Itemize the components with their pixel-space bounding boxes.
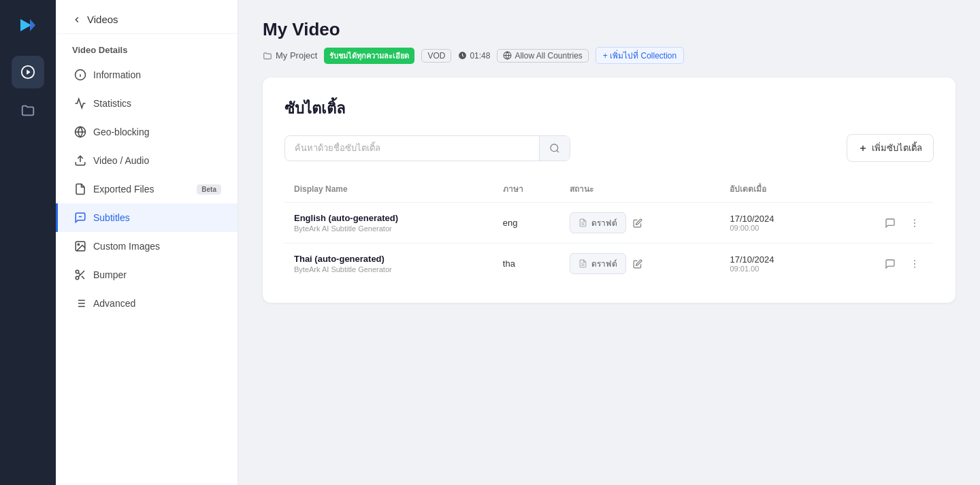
updated-time: 09:00.00 xyxy=(730,224,818,232)
sidebar-header: Videos xyxy=(56,0,238,34)
project-label: My Project xyxy=(263,50,317,61)
app-logo xyxy=(14,11,42,39)
subtitle-name: English (auto-generated) xyxy=(294,213,484,223)
sidebar-item-bumper[interactable]: Bumper xyxy=(56,261,238,289)
svg-point-33 xyxy=(914,222,915,224)
add-collection-button[interactable]: + เพิ่มไปที่ Collection xyxy=(595,47,684,64)
duration-label: 01:48 xyxy=(458,51,490,61)
subtitle-menu-icon[interactable] xyxy=(881,256,900,272)
cell-language: tha xyxy=(493,244,560,284)
subtitle-source: ByteArk AI Subtitle Generator xyxy=(294,265,484,273)
hd-badge: รับชมได้ทุกความละเอียด xyxy=(324,48,414,64)
page-title: My Video xyxy=(263,19,956,40)
file-text-icon xyxy=(578,218,587,227)
sidebar-item-label-video-audio: Video / Audio xyxy=(93,155,149,166)
search-button[interactable] xyxy=(539,136,570,161)
search-input[interactable] xyxy=(285,136,539,160)
svg-point-38 xyxy=(914,263,915,265)
pencil-icon xyxy=(633,218,642,228)
sidebar-item-video-audio[interactable]: Video / Audio xyxy=(56,146,238,175)
cell-language: eng xyxy=(493,203,560,244)
svg-point-11 xyxy=(78,244,79,245)
exported-files-badge: Beta xyxy=(197,184,221,195)
globe-icon xyxy=(74,126,86,138)
updated-time: 09:01.00 xyxy=(730,265,818,273)
sidebar-item-label-subtitles: Subtitles xyxy=(93,212,130,223)
col-status: สถานะ xyxy=(560,175,720,203)
globe-small-icon xyxy=(503,51,512,60)
dots-vertical-icon xyxy=(909,218,920,229)
sidebar-item-label-advanced: Advanced xyxy=(93,298,135,309)
svg-point-26 xyxy=(551,144,558,152)
updated-date: 17/10/2024 xyxy=(730,214,818,224)
subtitles-table: Display Name ภาษา สถานะ อัปเดตเมื่อ Engl… xyxy=(284,175,934,284)
cell-display-name: Thai (auto-generated) ByteArk AI Subtitl… xyxy=(284,244,493,284)
main-content: My Video My Project รับชมได้ทุกความละเอี… xyxy=(238,0,980,485)
sidebar-item-subtitles[interactable]: Subtitles xyxy=(56,203,238,232)
meta-row: My Project รับชมได้ทุกความละเอียด VOD 01… xyxy=(263,47,956,64)
search-icon xyxy=(549,143,560,154)
sidebar-icon-projects[interactable] xyxy=(12,94,44,127)
svg-line-16 xyxy=(78,273,80,275)
status-badge: ดราฟต์ xyxy=(570,253,626,274)
subtitles-card: ซับไตเติ้ล เพิ่มซับไตเติ้ล Display Name … xyxy=(263,78,956,303)
status-badge: ดราฟต์ xyxy=(570,212,626,233)
card-title: ซับไตเติ้ล xyxy=(284,97,934,120)
cell-status: ดราฟต์ xyxy=(560,244,720,284)
edit-status-button[interactable] xyxy=(630,256,645,271)
sidebar-item-label-geo-blocking: Geo-blocking xyxy=(93,127,150,137)
sidebar-item-statistics[interactable]: Statistics xyxy=(56,89,238,118)
updated-date: 17/10/2024 xyxy=(730,254,818,265)
subtitle-menu-icon[interactable] xyxy=(881,215,900,231)
sidebar-icon-videos[interactable] xyxy=(12,56,44,88)
clock-icon xyxy=(458,51,467,60)
folder-small-icon xyxy=(263,51,272,61)
svg-point-39 xyxy=(914,266,915,267)
upload-icon xyxy=(74,154,86,167)
more-options-button[interactable] xyxy=(905,256,924,272)
cell-actions xyxy=(828,203,934,244)
edit-status-button[interactable] xyxy=(630,216,645,231)
icon-sidebar xyxy=(0,0,56,485)
message-icon xyxy=(885,218,896,229)
back-button[interactable] xyxy=(72,15,82,24)
countries-badge: Allow All Countries xyxy=(497,49,588,63)
info-icon xyxy=(74,69,86,81)
more-options-button[interactable] xyxy=(905,215,924,231)
table-row: English (auto-generated) ByteArk AI Subt… xyxy=(284,203,934,244)
sidebar-item-custom-images[interactable]: Custom Images xyxy=(56,232,238,261)
dots-vertical-icon xyxy=(909,258,920,269)
back-label: Videos xyxy=(87,14,118,25)
sidebar-item-label-bumper: Bumper xyxy=(93,269,127,280)
svg-point-37 xyxy=(914,260,915,261)
add-subtitle-button[interactable]: เพิ่มซับไตเติ้ล xyxy=(847,134,934,162)
file-text-icon xyxy=(578,259,587,268)
sidebar-item-information[interactable]: Information xyxy=(56,61,238,89)
sidebar-item-label-information: Information xyxy=(93,69,141,80)
subtitle-icon xyxy=(74,212,86,224)
sidebar-item-geo-blocking[interactable]: Geo-blocking xyxy=(56,118,238,146)
search-add-row: เพิ่มซับไตเติ้ล xyxy=(284,134,934,162)
chart-icon xyxy=(74,97,86,110)
svg-point-32 xyxy=(914,219,915,220)
nav-sidebar: Videos Video Details Information Statist… xyxy=(56,0,238,485)
scissor-icon xyxy=(74,269,86,281)
sidebar-item-exported-files[interactable]: Exported Files Beta xyxy=(56,175,238,203)
col-updated: อัปเดตเมื่อ xyxy=(720,175,828,203)
cell-updated: 17/10/2024 09:00.00 xyxy=(720,203,828,244)
sidebar-item-label-custom-images: Custom Images xyxy=(93,241,160,252)
cell-actions xyxy=(828,244,934,284)
subtitle-name: Thai (auto-generated) xyxy=(294,254,484,264)
svg-point-13 xyxy=(76,276,79,280)
svg-point-34 xyxy=(914,225,915,227)
list-icon xyxy=(74,297,86,310)
col-display-name: Display Name xyxy=(284,175,493,203)
svg-marker-2 xyxy=(27,69,31,74)
svg-line-27 xyxy=(557,150,559,152)
sidebar-item-advanced[interactable]: Advanced xyxy=(56,289,238,318)
svg-point-12 xyxy=(76,270,79,273)
subtitle-source: ByteArk AI Subtitle Generator xyxy=(294,224,484,233)
message-icon xyxy=(885,258,896,269)
file-icon xyxy=(74,183,86,195)
sidebar-section-title: Video Details xyxy=(56,34,238,61)
